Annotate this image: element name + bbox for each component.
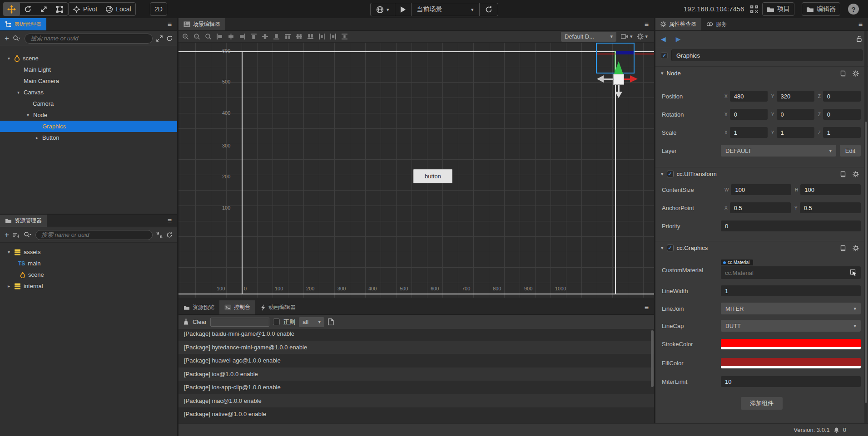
distribute-h-icon[interactable]: [284, 33, 291, 40]
zoom-in-icon[interactable]: [182, 33, 189, 40]
gear-icon[interactable]: [853, 70, 859, 77]
scale-y-input[interactable]: [777, 127, 814, 138]
scene-viewport[interactable]: 100 0 100 200 300 400 500 600 700 800 90…: [179, 43, 654, 298]
graphics-enabled-checkbox[interactable]: ✓: [667, 245, 674, 251]
play-button[interactable]: [395, 3, 412, 16]
zoom-out-icon[interactable]: [193, 33, 200, 40]
refresh-icon[interactable]: [166, 35, 173, 42]
tab-service[interactable]: 服务: [701, 18, 732, 30]
preview-platform-dropdown[interactable]: ▾: [371, 3, 395, 16]
docs-book-icon[interactable]: [840, 70, 846, 77]
gizmo-x-arrow[interactable]: [630, 75, 638, 83]
tree-row-canvas[interactable]: ▾Canvas: [0, 87, 177, 98]
2d-toggle-button[interactable]: 2D: [150, 3, 167, 15]
tree-row-scene-asset[interactable]: scene: [0, 269, 177, 280]
tree-row-scene[interactable]: ▾scene: [0, 53, 177, 64]
zoom-reset-icon[interactable]: [205, 33, 212, 40]
position-y-input[interactable]: [777, 91, 814, 102]
node-name-input[interactable]: [671, 49, 863, 61]
current-scene-dropdown[interactable]: 当前场景 ▾: [412, 3, 480, 16]
uitransform-section-header[interactable]: ▾ ✓ cc.UITransform: [655, 167, 868, 181]
open-project-button[interactable]: 项目: [762, 2, 794, 16]
log-row[interactable]: [Package] bytedance-mini-game@1.0.0 enab…: [179, 341, 654, 354]
graphics-section-header[interactable]: ▾ ✓ cc.Graphics: [655, 241, 868, 255]
log-row[interactable]: [Package] mac@1.0.0 enable: [179, 394, 654, 408]
tab-inspector[interactable]: 属性检查器: [655, 18, 701, 30]
layer-edit-button[interactable]: Edit: [840, 145, 861, 157]
content-size-w-input[interactable]: [731, 184, 791, 195]
caret-down-icon[interactable]: ▾: [6, 250, 11, 255]
tree-row-main-ts[interactable]: TSmain: [0, 258, 177, 269]
scene-button-node[interactable]: button: [413, 169, 452, 183]
gizmo-down-arrow[interactable]: [615, 92, 622, 98]
expand-all-icon[interactable]: [156, 35, 163, 42]
tab-animation-editor[interactable]: 动画编辑器: [255, 300, 301, 314]
rect-tool-button[interactable]: [52, 3, 68, 15]
line-width-input[interactable]: [721, 285, 861, 296]
local-button[interactable]: Local: [101, 3, 135, 15]
rotation-y-input[interactable]: [777, 109, 814, 120]
stretch-icon[interactable]: [341, 33, 348, 40]
caret-right-icon[interactable]: ▸: [35, 135, 40, 140]
caret-right-icon[interactable]: ▸: [6, 284, 11, 289]
docs-book-icon[interactable]: [840, 245, 846, 251]
scale-x-input[interactable]: [730, 127, 768, 138]
rotation-z-input[interactable]: [823, 109, 861, 120]
stroke-color-swatch[interactable]: [721, 339, 861, 349]
refresh-scene-button[interactable]: [480, 3, 498, 16]
tab-assets[interactable]: 资源管理器: [0, 215, 47, 227]
custom-material-field[interactable]: cc.Material: [721, 266, 861, 279]
tab-console[interactable]: 控制台: [219, 300, 255, 314]
qr-code-icon[interactable]: [750, 5, 758, 13]
rotation-x-input[interactable]: [730, 109, 768, 120]
distribute-center-icon[interactable]: [307, 33, 314, 40]
hierarchy-menu-button[interactable]: ≡: [162, 18, 177, 30]
pivot-button[interactable]: Pivot: [69, 3, 101, 15]
align-bottom-icon[interactable]: [273, 33, 280, 40]
scale-z-input[interactable]: [823, 127, 861, 138]
open-editor-button[interactable]: 编辑器: [802, 2, 840, 16]
console-filter-input[interactable]: [210, 318, 269, 327]
tree-row-assets[interactable]: ▾assets: [0, 246, 177, 258]
spread-v-icon[interactable]: [330, 33, 337, 40]
tree-row-button[interactable]: ▸Button: [0, 132, 177, 143]
log-row[interactable]: [Package] native@1.0.0 enable: [179, 407, 654, 421]
fill-color-swatch[interactable]: [721, 358, 861, 368]
lock-icon[interactable]: [856, 35, 863, 42]
caret-down-icon[interactable]: ▾: [6, 56, 11, 61]
log-row[interactable]: [Package] ios@1.0.0 enable: [179, 367, 654, 381]
position-z-input[interactable]: [823, 91, 861, 102]
console-log-list[interactable]: [Package] baidu-mini-game@1.0.0 enable […: [179, 329, 654, 423]
content-size-h-input[interactable]: [800, 184, 861, 195]
spread-h-icon[interactable]: [318, 33, 325, 40]
nav-back-button[interactable]: ◀: [661, 35, 666, 43]
tree-row-graphics[interactable]: Graphics: [0, 121, 177, 132]
gear-icon[interactable]: [853, 171, 859, 177]
tree-row-camera[interactable]: Camera: [0, 98, 177, 109]
log-row[interactable]: [Package] huawei-agc@1.0.0 enable: [179, 354, 654, 367]
tree-row-main-camera[interactable]: Main Camera: [0, 75, 177, 87]
scene-menu-button[interactable]: ≡: [639, 18, 654, 30]
tab-scene-editor[interactable]: 场景编辑器: [179, 18, 225, 30]
node-section-header[interactable]: ▾ Node: [655, 66, 868, 80]
nav-forward-button[interactable]: ▶: [676, 35, 681, 43]
inspector-menu-button[interactable]: ≡: [853, 18, 868, 30]
node-active-checkbox[interactable]: ✓: [661, 52, 668, 59]
scene-settings-dropdown[interactable]: ▾: [637, 33, 648, 40]
clear-button[interactable]: Clear: [193, 318, 207, 325]
hierarchy-search-input[interactable]: [25, 34, 153, 44]
collapse-all-icon[interactable]: [156, 232, 163, 238]
log-row[interactable]: [Package] baidu-mini-game@1.0.0 enable: [179, 329, 654, 341]
align-top-icon[interactable]: [250, 33, 257, 40]
anchor-y-input[interactable]: [800, 202, 861, 213]
regex-checkbox[interactable]: [273, 318, 280, 325]
caret-down-icon[interactable]: ▾: [16, 90, 21, 95]
help-button[interactable]: ?: [848, 4, 859, 15]
caret-down-icon[interactable]: ▾: [661, 171, 664, 176]
align-left-icon[interactable]: [216, 33, 223, 40]
log-level-dropdown[interactable]: all ▾: [299, 317, 324, 327]
gizmo-y-arrow[interactable]: [614, 61, 623, 74]
console-menu-button[interactable]: ≡: [639, 300, 654, 314]
align-right-icon[interactable]: [239, 33, 246, 40]
add-component-button[interactable]: 添加组件: [741, 397, 783, 410]
